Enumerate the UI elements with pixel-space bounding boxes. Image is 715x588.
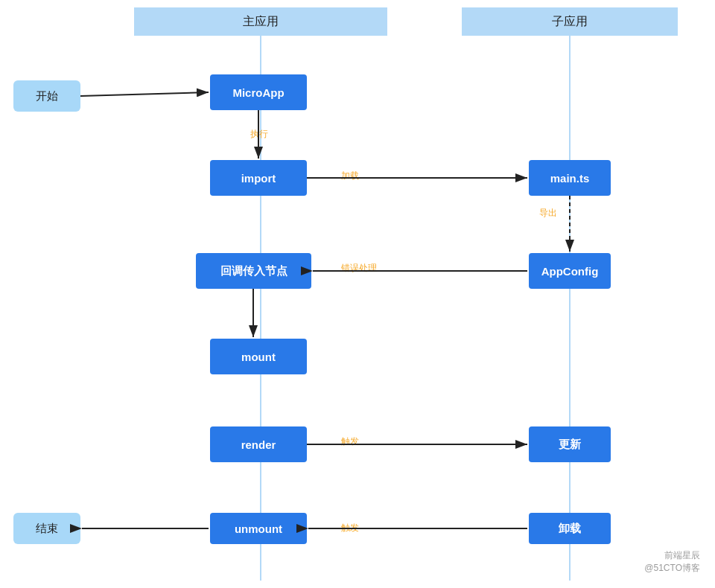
main-ts-box: main.ts xyxy=(529,160,611,196)
update-box: 更新 xyxy=(529,426,611,462)
app-config-box: AppConfig xyxy=(529,253,611,289)
main-col-header: 主应用 xyxy=(134,7,387,36)
sub-col-header: 子应用 xyxy=(462,7,678,36)
main-col-line xyxy=(260,36,261,581)
start-box: 开始 xyxy=(13,80,80,112)
sub-col-label: 子应用 xyxy=(552,14,588,30)
main-col-label: 主应用 xyxy=(243,14,279,30)
sub-col-line xyxy=(569,36,571,581)
trigger2-label: 触发 xyxy=(341,522,359,534)
execute-label: 执行 xyxy=(250,128,268,141)
microapp-box: MicroApp xyxy=(210,74,307,110)
error-handle-label: 错误处理 xyxy=(341,262,377,275)
load-label: 加载 xyxy=(341,170,359,182)
watermark: 前端星辰 @51CTO博客 xyxy=(644,549,700,575)
arrows-svg xyxy=(0,0,715,588)
unmount-box: unmount xyxy=(210,513,307,544)
trigger1-label: 触发 xyxy=(341,435,359,448)
watermark-line1: 前端星辰 xyxy=(644,549,700,562)
import-box: import xyxy=(210,160,307,196)
mount-box: mount xyxy=(210,339,307,374)
end-box: 结束 xyxy=(13,513,80,544)
svg-line-2 xyxy=(80,92,209,96)
callback-box: 回调传入节点 xyxy=(196,253,311,289)
unload-box: 卸载 xyxy=(529,513,611,544)
watermark-line2: @51CTO博客 xyxy=(644,562,700,575)
diagram-container: 主应用 子应用 开始 MicroApp import 回调传入节点 mount … xyxy=(0,0,715,588)
render-box: render xyxy=(210,426,307,462)
export-label: 导出 xyxy=(539,207,557,220)
